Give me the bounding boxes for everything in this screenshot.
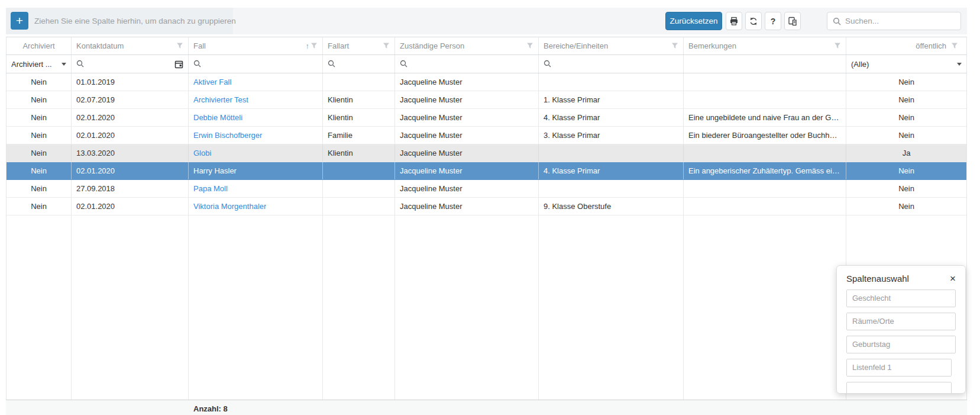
- reset-button[interactable]: Zurücksetzen: [665, 12, 722, 30]
- column-header-oeffentlich[interactable]: öffentlich: [846, 37, 966, 54]
- column-header-fallart[interactable]: Fallart: [323, 37, 395, 54]
- help-icon: ?: [771, 17, 776, 26]
- cell-fallart: [323, 198, 395, 215]
- cell-kontaktdatum: 13.03.2020: [72, 144, 189, 162]
- help-button[interactable]: ?: [765, 12, 781, 30]
- filter-archiviert-select[interactable]: Archiviert ...: [7, 55, 72, 73]
- filter-fall-input[interactable]: [189, 55, 323, 73]
- sort-ascending-icon: ↑: [306, 41, 310, 50]
- cell-zustaendige-person: Jacqueline Muster: [395, 144, 539, 162]
- column-header-fall[interactable]: Fall ↑: [189, 37, 323, 54]
- cell-zustaendige-person: Jacqueline Muster: [395, 180, 539, 197]
- chooser-item-partial[interactable]: [846, 382, 952, 394]
- cell-fallart: Klientin: [323, 91, 395, 108]
- table-row[interactable]: Nein 02.07.2019 Archivierter Test Klient…: [7, 91, 966, 109]
- filter-icon[interactable]: [383, 43, 390, 49]
- cell-kontaktdatum: 02.01.2020: [72, 198, 189, 215]
- table-row[interactable]: Nein 01.01.2019 Aktiver Fall Jacqueline …: [7, 73, 966, 91]
- header-row: Archiviert Kontaktdatum Fall ↑ Fallart: [7, 37, 966, 55]
- table-row[interactable]: Nein 13.03.2020 Globi Klientin Jacquelin…: [7, 144, 966, 162]
- table-row[interactable]: Nein 02.01.2020 Viktoria Morgenthaler Ja…: [7, 198, 966, 215]
- cell-oeffentlich: Nein: [846, 109, 966, 126]
- cell-bemerkungen: [684, 144, 846, 162]
- filter-bereiche-einheiten-input[interactable]: [539, 55, 684, 73]
- table-row-selected[interactable]: Nein 02.01.2020 Harry Hasler Jacqueline …: [7, 162, 966, 180]
- close-icon[interactable]: ×: [950, 274, 956, 284]
- cell-zustaendige-person: Jacqueline Muster: [395, 91, 539, 108]
- filter-icon[interactable]: [951, 43, 958, 49]
- column-header-archiviert[interactable]: Archiviert: [7, 37, 72, 54]
- cell-bereiche-einheiten: 9. Klasse Oberstufe: [539, 198, 684, 215]
- table-row[interactable]: Nein 02.01.2020 Debbie Mötteli Klientin …: [7, 109, 966, 127]
- fall-link[interactable]: Viktoria Morgenthaler: [193, 202, 266, 211]
- cell-oeffentlich: Ja: [846, 144, 966, 162]
- filter-bemerkungen-input[interactable]: [684, 55, 846, 73]
- fall-link[interactable]: Aktiver Fall: [193, 78, 231, 86]
- cell-kontaktdatum: 02.01.2020: [72, 162, 189, 179]
- cell-bemerkungen: [684, 91, 846, 108]
- filter-icon[interactable]: [834, 43, 841, 49]
- filter-fallart-input[interactable]: [323, 55, 395, 73]
- cell-kontaktdatum: 02.01.2020: [72, 109, 189, 126]
- cell-oeffentlich: Nein: [846, 127, 966, 144]
- search-icon: [76, 60, 85, 68]
- filter-icon[interactable]: [311, 43, 318, 49]
- chooser-item-geburtstag[interactable]: Geburtstag: [846, 336, 956, 353]
- fall-link[interactable]: Papa Moll: [193, 184, 228, 193]
- cell-oeffentlich: Nein: [846, 73, 966, 91]
- cell-bereiche-einheiten: [539, 180, 684, 197]
- filter-zustaendige-person-input[interactable]: [395, 55, 539, 73]
- cell-oeffentlich: Nein: [846, 198, 966, 215]
- refresh-button[interactable]: [745, 12, 762, 30]
- fall-link[interactable]: Archivierter Test: [193, 95, 248, 104]
- cell-archiviert: Nein: [7, 180, 72, 197]
- filter-oeffentlich-select[interactable]: (Alle): [846, 55, 966, 73]
- column-header-kontaktdatum[interactable]: Kontaktdatum: [72, 37, 189, 54]
- cell-fall: Papa Moll: [189, 180, 323, 197]
- table-row[interactable]: Nein 27.09.2018 Papa Moll Jacqueline Mus…: [7, 180, 966, 198]
- cell-kontaktdatum: 01.01.2019: [72, 73, 189, 91]
- cell-zustaendige-person: Jacqueline Muster: [395, 127, 539, 144]
- cell-fall: Viktoria Morgenthaler: [189, 198, 323, 215]
- cell-bereiche-einheiten: 3. Klasse Primar: [539, 127, 684, 144]
- fall-link[interactable]: Erwin Bischofberger: [193, 131, 262, 140]
- cell-fall: Erwin Bischofberger: [189, 127, 323, 144]
- column-chooser-button[interactable]: [784, 12, 801, 30]
- cell-fallart: [323, 180, 395, 197]
- filter-icon[interactable]: [671, 43, 678, 49]
- column-header-bemerkungen[interactable]: Bemerkungen: [684, 37, 846, 54]
- cell-fall: Harry Hasler: [189, 162, 323, 179]
- fall-link[interactable]: Debbie Mötteli: [193, 113, 242, 122]
- cell-bereiche-einheiten: 1. Klasse Primar: [539, 91, 684, 108]
- cell-archiviert: Nein: [7, 91, 72, 108]
- search-input[interactable]: [845, 13, 958, 29]
- chooser-item-raeume-orte[interactable]: Räume/Orte: [846, 313, 956, 330]
- table-row[interactable]: Nein 02.01.2020 Erwin Bischofberger Fami…: [7, 127, 966, 144]
- fall-link[interactable]: Globi: [193, 149, 211, 157]
- filter-icon[interactable]: [526, 43, 533, 49]
- filter-kontaktdatum-input[interactable]: [72, 55, 189, 73]
- row-count-label: Anzahl: 8: [193, 404, 228, 413]
- column-header-bereiche-einheiten[interactable]: Bereiche/Einheiten: [539, 37, 684, 54]
- filter-icon[interactable]: [176, 43, 183, 49]
- chevron-down-icon: [62, 63, 66, 66]
- cell-fallart: Klientin: [323, 109, 395, 126]
- calendar-icon[interactable]: [174, 60, 183, 69]
- chooser-item-listenfeld-1[interactable]: Listenfeld 1: [846, 359, 952, 377]
- search-icon: [193, 60, 202, 68]
- cell-archiviert: Nein: [7, 109, 72, 126]
- search-box: [827, 12, 961, 30]
- column-header-zustaendige-person[interactable]: Zuständige Person: [395, 37, 539, 54]
- cell-bemerkungen: Ein angeberischer Zuhältertyp. Gemäss ei…: [684, 162, 846, 179]
- search-icon: [544, 60, 552, 68]
- add-button[interactable]: +: [11, 12, 28, 30]
- print-button[interactable]: [726, 12, 742, 30]
- search-icon: [400, 60, 408, 68]
- cell-fallart: [323, 162, 395, 179]
- chooser-item-geschlecht[interactable]: Geschlecht: [846, 289, 956, 307]
- print-icon: [729, 17, 739, 26]
- cell-bereiche-einheiten: [539, 73, 684, 91]
- cell-fallart: Familie: [323, 127, 395, 144]
- fall-link[interactable]: Harry Hasler: [193, 166, 237, 175]
- cell-oeffentlich: Nein: [846, 162, 966, 179]
